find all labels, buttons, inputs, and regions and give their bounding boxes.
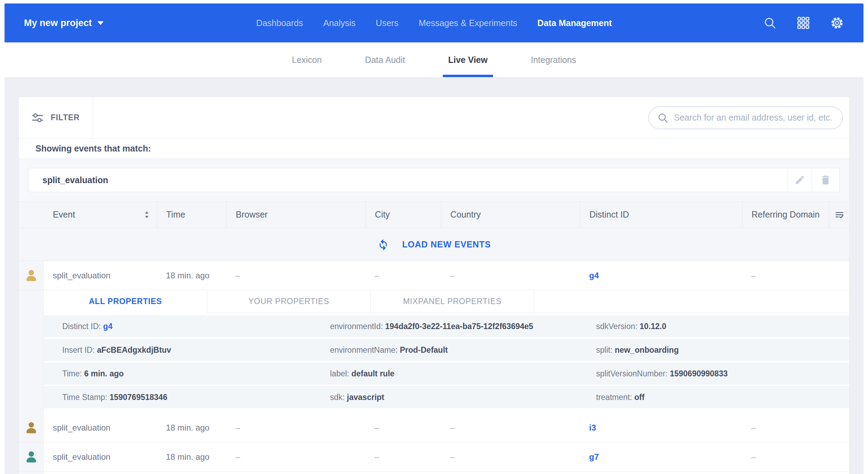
cell-city: – <box>365 413 441 442</box>
tab-all-properties[interactable]: ALL PROPERTIES <box>44 290 207 313</box>
property: splitVersionNumber1590690990833 <box>596 369 849 378</box>
cell-browser: – <box>226 261 365 290</box>
nav-users[interactable]: Users <box>376 18 399 28</box>
property: Distinct IDg4 <box>62 322 330 331</box>
property: environmentId194da2f0-3e22-11ea-ba75-12f… <box>330 322 596 331</box>
property-value: 10.12.0 <box>640 322 666 331</box>
property-value: 6 min. ago <box>84 369 124 378</box>
property-value: 194da2f0-3e22-11ea-ba75-12f2f63694e5 <box>385 322 533 331</box>
load-new-events-button[interactable]: LOAD NEW EVENTS <box>19 228 849 261</box>
tab-lexicon[interactable]: Lexicon <box>286 42 327 77</box>
header-event[interactable]: Event <box>44 202 157 228</box>
cell-event: split_evaluation <box>44 442 157 471</box>
project-name: My new project <box>24 18 92 28</box>
cell-browser: – <box>226 442 365 471</box>
search-input[interactable] <box>674 113 834 123</box>
tab-your-properties[interactable]: YOUR PROPERTIES <box>207 290 371 313</box>
trash-icon <box>820 174 831 186</box>
edit-columns-button[interactable] <box>829 202 849 228</box>
search-box <box>648 106 843 129</box>
property-row: Insert IDaFcBEAdgxkdjBtuv environmentNam… <box>44 339 849 361</box>
header-avatar-column <box>19 202 44 228</box>
table-header: Event Time Browser City Country Distinct… <box>19 202 849 228</box>
gear-icon[interactable] <box>830 16 844 30</box>
cell-distinct-id[interactable]: g7 <box>580 442 742 471</box>
property-value: 1590769518346 <box>110 393 167 402</box>
refresh-icon <box>377 238 389 251</box>
main-nav: Dashboards Analysis Users Messages & Exp… <box>256 18 612 28</box>
property-value: Prod-Default <box>400 345 448 354</box>
tab-lexicon-label: Lexicon <box>292 55 322 65</box>
header-city[interactable]: City <box>365 202 441 228</box>
search-icon[interactable] <box>763 16 777 30</box>
event-filter-value: split_evaluation <box>42 175 108 185</box>
cell-country: – <box>441 442 580 471</box>
properties-tabs: ALL PROPERTIES YOUR PROPERTIES MIXPANEL … <box>44 290 849 313</box>
person-icon <box>24 450 39 464</box>
tab-data-audit[interactable]: Data Audit <box>359 42 410 77</box>
table-row[interactable]: split_evaluation 18 min. ago – – – i3 – <box>19 413 849 442</box>
tab-your-properties-label: YOUR PROPERTIES <box>248 297 329 306</box>
cell-distinct-id[interactable]: i3 <box>580 413 742 442</box>
property-row: Time6 min. ago labeldefault rule splitVe… <box>44 362 849 385</box>
cell-country: – <box>441 413 580 442</box>
property: splitnew_onboarding <box>596 345 849 355</box>
tab-live-view[interactable]: Live View <box>443 42 493 77</box>
avatar-cell <box>19 261 44 290</box>
cell-referring-domain: – <box>742 413 829 442</box>
property-label: environmentName <box>330 345 400 354</box>
search-icon <box>657 112 668 123</box>
table-row[interactable]: split_evaluation 18 min. ago – – – g4 – <box>19 261 849 290</box>
cell-time: 18 min. ago <box>157 442 226 471</box>
avatar-cell <box>19 413 44 442</box>
project-switcher[interactable]: My new project <box>24 18 104 28</box>
cell-event: split_evaluation <box>44 413 157 442</box>
header-referring-domain[interactable]: Referring Domain <box>742 202 829 228</box>
properties-tabs-filler <box>534 290 849 313</box>
apps-grid-icon[interactable] <box>797 16 810 30</box>
filter-sliders-icon <box>31 112 44 124</box>
header-time[interactable]: Time <box>157 202 226 228</box>
page: My new project Dashboards Analysis Users… <box>0 0 868 474</box>
cell-spacer <box>829 413 849 442</box>
top-app-bar: My new project Dashboards Analysis Users… <box>5 3 863 42</box>
chevron-down-icon <box>97 21 104 25</box>
header-country[interactable]: Country <box>441 202 580 228</box>
load-new-events-label: LOAD NEW EVENTS <box>402 239 491 250</box>
tab-integrations[interactable]: Integrations <box>525 42 582 77</box>
header-distinct-id[interactable]: Distinct ID <box>580 202 742 228</box>
event-filter-chip[interactable]: split_evaluation <box>28 168 788 192</box>
nav-analysis[interactable]: Analysis <box>323 18 356 28</box>
delete-filter-button[interactable] <box>812 168 839 192</box>
header-browser[interactable]: Browser <box>226 202 365 228</box>
property-label: sdk <box>330 393 347 402</box>
property-value: 1590690990833 <box>670 369 728 378</box>
avatar-cell <box>19 442 44 471</box>
property: Time Stamp1590769518346 <box>62 393 330 402</box>
property-label: split <box>596 345 615 354</box>
property-value-link[interactable]: g4 <box>103 322 113 331</box>
cell-event: split_evaluation <box>44 261 157 290</box>
avatar-gutter <box>19 290 44 413</box>
sort-icon[interactable] <box>144 211 149 219</box>
nav-messages-experiments[interactable]: Messages & Experiments <box>419 18 517 28</box>
cell-time: 18 min. ago <box>157 261 226 290</box>
property-value: aFcBEAdgxkdjBtuv <box>97 345 171 354</box>
cell-referring-domain: – <box>742 261 829 290</box>
cell-distinct-id[interactable]: g4 <box>580 261 742 290</box>
edit-filter-button[interactable] <box>788 168 812 192</box>
cell-time: 18 min. ago <box>157 413 226 442</box>
avatar-cell <box>19 472 44 474</box>
table-row[interactable]: split_evaluation 18 min. ago – – – g7 – <box>19 442 849 472</box>
property-value: new_onboarding <box>615 345 679 354</box>
content-area: FILTER Showing events that match: split_… <box>5 77 863 474</box>
nav-dashboards[interactable]: Dashboards <box>256 18 303 28</box>
property-row: Distinct IDg4 environmentId194da2f0-3e22… <box>44 315 849 337</box>
filter-button[interactable]: FILTER <box>19 97 93 138</box>
header-referring-domain-label: Referring Domain <box>752 210 820 220</box>
tab-mixpanel-properties[interactable]: MIXPANEL PROPERTIES <box>371 290 534 313</box>
cell-city: – <box>365 442 441 471</box>
nav-data-management[interactable]: Data Management <box>537 18 612 28</box>
property-label: Time Stamp <box>62 393 110 402</box>
pencil-icon <box>794 174 805 186</box>
